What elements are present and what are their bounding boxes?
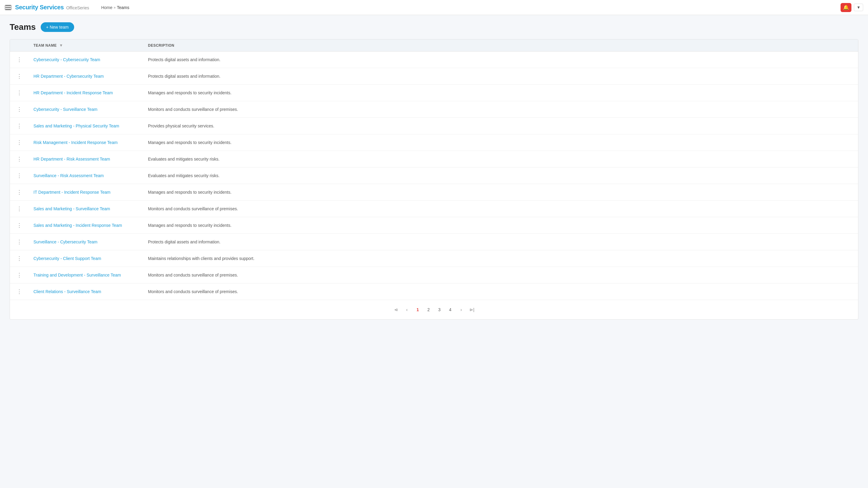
team-description-cell: Monitors and conducts surveillance of pr… [143,267,858,284]
team-name-cell: HR Department - Risk Assessment Team [29,151,143,167]
page-number-button[interactable]: 4 [445,305,455,315]
team-description-cell: Provides physical security services. [143,118,858,134]
team-description-cell: Manages and responds to security inciden… [143,184,858,201]
team-description-cell: Monitors and conducts surveillance of pr… [143,201,858,217]
table-row: ⋮ Risk Management - Incident Response Te… [10,134,858,151]
row-menu-button[interactable]: ⋮ [15,271,24,279]
brand: Security Services OfficeSeries [15,4,89,11]
page-last-button[interactable]: ⊳| [467,305,477,315]
page-prev-button[interactable]: ‹ [402,305,412,315]
row-menu-button[interactable]: ⋮ [15,105,24,113]
row-menu-button[interactable]: ⋮ [15,238,24,246]
page-header: Teams + New team [10,22,858,32]
dropdown-arrow-icon: ▼ [857,5,861,10]
page-content: Teams + New team Team Name ▼ Description [0,15,868,327]
teams-table: Team Name ▼ Description ⋮ Cybersecurity … [10,39,858,319]
row-actions-cell: ⋮ [10,118,29,134]
table-row: ⋮ Client Relations - Surveillance Team M… [10,284,858,300]
breadcrumb-home[interactable]: Home [101,5,113,10]
team-name-link[interactable]: Surveillance - Cybersecurity Team [33,239,97,244]
team-name-cell: Sales and Marketing - Surveillance Team [29,201,143,217]
table-row: ⋮ Sales and Marketing - Surveillance Tea… [10,201,858,217]
team-name-cell: Surveillance - Risk Assessment Team [29,167,143,184]
row-menu-button[interactable]: ⋮ [15,221,24,229]
team-name-cell: Cybersecurity - Cybersecurity Team [29,52,143,68]
page-first-button[interactable]: ⊲ [391,305,401,315]
team-name-link[interactable]: HR Department - Incident Response Team [33,90,113,95]
new-team-button[interactable]: + New team [41,22,74,32]
row-actions-cell: ⋮ [10,52,29,68]
team-name-link[interactable]: Sales and Marketing - Incident Response … [33,223,122,228]
teams-table-container: Team Name ▼ Description ⋮ Cybersecurity … [10,39,858,320]
table-row: ⋮ Surveillance - Cybersecurity Team Prot… [10,234,858,250]
table-row: ⋮ Sales and Marketing - Incident Respons… [10,217,858,234]
team-name-link[interactable]: Cybersecurity - Cybersecurity Team [33,57,100,62]
team-name-link[interactable]: Sales and Marketing - Physical Security … [33,124,119,128]
row-actions-cell: ⋮ [10,85,29,101]
page-number-button[interactable]: 2 [424,305,433,315]
row-menu-button[interactable]: ⋮ [15,89,24,97]
team-name-cell: Surveillance - Cybersecurity Team [29,234,143,250]
row-menu-button[interactable]: ⋮ [15,138,24,147]
row-menu-button[interactable]: ⋮ [15,56,24,64]
row-menu-button[interactable]: ⋮ [15,255,24,262]
row-menu-button[interactable]: ⋮ [15,172,24,180]
row-menu-button[interactable]: ⋮ [15,205,24,213]
navbar: Security Services OfficeSeries Home » Te… [0,0,868,15]
team-name-cell: Sales and Marketing - Physical Security … [29,118,143,134]
bell-icon: 🔔 [843,4,849,10]
team-name-link[interactable]: Training and Development - Surveillance … [33,272,121,278]
navbar-right: 🔔 ▼ [841,3,863,12]
team-name-link[interactable]: Sales and Marketing - Surveillance Team [33,206,110,211]
table-row: ⋮ HR Department - Incident Response Team… [10,85,858,101]
row-actions-cell: ⋮ [10,201,29,217]
row-actions-cell: ⋮ [10,184,29,201]
page-number-button[interactable]: 1 [413,305,423,315]
row-actions-cell: ⋮ [10,151,29,167]
team-name-link[interactable]: Risk Management - Incident Response Team [33,140,118,145]
table-row: ⋮ Sales and Marketing - Physical Securit… [10,118,858,134]
row-actions-cell: ⋮ [10,134,29,151]
row-menu-button[interactable]: ⋮ [15,188,24,196]
row-actions-cell: ⋮ [10,250,29,267]
page-number-button[interactable]: 3 [435,305,444,315]
row-menu-button[interactable]: ⋮ [15,288,24,295]
col-header-team-name: Team Name ▼ [29,39,143,52]
team-name-link[interactable]: Client Relations - Surveillance Team [33,289,101,294]
team-name-link[interactable]: IT Department - Incident Response Team [33,190,111,195]
row-menu-button[interactable]: ⋮ [15,155,24,163]
team-description-cell: Protects digital assets and information. [143,68,858,85]
team-name-cell: Client Relations - Surveillance Team [29,284,143,300]
row-menu-button[interactable]: ⋮ [15,122,24,130]
team-name-cell: Training and Development - Surveillance … [29,267,143,284]
team-name-link[interactable]: Cybersecurity - Surveillance Team [33,107,97,112]
row-menu-button[interactable]: ⋮ [15,72,24,80]
table-row: ⋮ Surveillance - Risk Assessment Team Ev… [10,167,858,184]
page-next-button[interactable]: › [456,305,466,315]
table-row: ⋮ Training and Development - Surveillanc… [10,267,858,284]
team-name-link[interactable]: Cybersecurity - Client Support Team [33,256,101,261]
table-row: ⋮ Cybersecurity - Client Support Team Ma… [10,250,858,267]
team-description-cell: Manages and responds to security inciden… [143,85,858,101]
team-name-cell: IT Department - Incident Response Team [29,184,143,201]
table-row: ⋮ Cybersecurity - Surveillance Team Moni… [10,101,858,118]
notifications-button[interactable]: 🔔 [841,3,851,12]
team-name-cell: Cybersecurity - Surveillance Team [29,101,143,118]
hamburger-button[interactable] [5,5,11,10]
breadcrumb-current: Teams [117,5,129,10]
table-row: ⋮ IT Department - Incident Response Team… [10,184,858,201]
team-description-cell: Maintains relationships with clients and… [143,250,858,267]
col-header-description: Description [143,39,858,52]
table-row: ⋮ HR Department - Cybersecurity Team Pro… [10,68,858,85]
user-dropdown-button[interactable]: ▼ [854,4,863,11]
row-actions-cell: ⋮ [10,234,29,250]
filter-icon[interactable]: ▼ [59,43,63,47]
team-description-cell: Manages and responds to security inciden… [143,217,858,234]
team-name-link[interactable]: HR Department - Risk Assessment Team [33,157,110,161]
row-actions-cell: ⋮ [10,167,29,184]
team-description-cell: Evaluates and mitigates security risks. [143,151,858,167]
team-name-link[interactable]: Surveillance - Risk Assessment Team [33,173,104,178]
row-actions-cell: ⋮ [10,217,29,234]
team-name-link[interactable]: HR Department - Cybersecurity Team [33,74,104,78]
breadcrumb: Home » Teams [101,5,129,10]
